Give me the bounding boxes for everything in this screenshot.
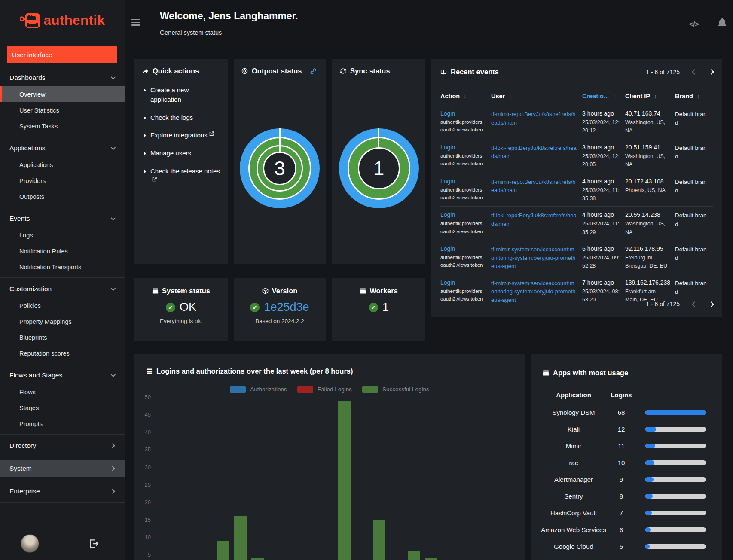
- quick-action-check-the-release-notes[interactable]: Check the release notes: [150, 167, 220, 186]
- sidebar-item-notification-transports[interactable]: Notification Transports: [0, 259, 125, 275]
- sidebar-section-applications[interactable]: Applications: [0, 140, 125, 157]
- y-axis-tick-label: 25: [138, 481, 151, 488]
- app-name: Sentry: [539, 492, 608, 501]
- pagination-label: 1 - 6 of 7125: [646, 69, 680, 76]
- sidebar-item-stages[interactable]: Stages: [0, 400, 125, 416]
- hamburger-menu-icon[interactable]: [131, 19, 140, 27]
- sidebar-section-enterprise[interactable]: Enterprise: [0, 483, 125, 500]
- pagination-next-icon[interactable]: [709, 69, 714, 75]
- event-brand: Default brand: [675, 212, 707, 227]
- sidebar-item-prompts[interactable]: Prompts: [0, 416, 125, 432]
- chevron-down-icon: [111, 286, 116, 291]
- event-action-link[interactable]: Login: [440, 178, 486, 185]
- app-usage-progress-fill: [645, 477, 654, 482]
- app-login-count: 7: [608, 509, 635, 517]
- pagination-prev-icon[interactable]: [692, 69, 697, 75]
- sort-ascending-icon[interactable]: ↑: [613, 93, 616, 100]
- y-axis-tick-label: 45: [138, 411, 151, 418]
- event-geo: Washington, US, NA: [625, 119, 670, 135]
- sidebar-section-directory[interactable]: Directory: [0, 437, 125, 454]
- column-header-client-ip[interactable]: Client IP↕: [625, 88, 675, 105]
- event-action-link[interactable]: Login: [440, 279, 486, 286]
- sidebar-section-flows-and-stages[interactable]: Flows and Stages: [0, 367, 125, 384]
- app-name: Kiali: [539, 425, 608, 434]
- y-axis-tick-label: 30: [138, 464, 151, 470]
- event-user-link[interactable]: tf-mimir-system:serviceaccount:monitorin…: [491, 246, 576, 269]
- event-action-link[interactable]: Login: [440, 110, 486, 117]
- sidebar-item-policies[interactable]: Policies: [0, 298, 125, 313]
- quick-action-manage-users[interactable]: Manage users: [150, 149, 220, 158]
- app-usage-progressbar: [645, 410, 706, 415]
- sort-icon[interactable]: ↕: [509, 93, 512, 100]
- sidebar-item-overview[interactable]: Overview: [0, 86, 125, 102]
- recent-events-title: Recent events: [440, 68, 499, 76]
- version-title: Version: [234, 287, 326, 295]
- sidebar-item-logs[interactable]: Logs: [0, 227, 125, 243]
- sidebar-item-applications[interactable]: Applications: [0, 157, 125, 173]
- column-header-brand[interactable]: Brand↕: [675, 88, 713, 105]
- app-usage-row: Kiali12: [539, 421, 715, 438]
- server-icon: [152, 288, 159, 294]
- event-user-link[interactable]: tf-loki-repo:BeryJu/k8s:ref:refs/heads/m…: [491, 212, 577, 227]
- logout-icon[interactable]: [88, 538, 99, 549]
- quick-action-create-a-new-application[interactable]: Create a new application: [150, 85, 220, 104]
- link-icon[interactable]: [310, 68, 317, 75]
- sidebar-item-flows[interactable]: Flows: [0, 384, 125, 400]
- sidebar-item-reputation-scores[interactable]: Reputation scores: [0, 345, 125, 361]
- app-login-count: 68: [608, 409, 635, 416]
- pagination-next-icon[interactable]: [709, 301, 714, 307]
- event-geo: Washington, US, NA: [625, 220, 670, 237]
- sidebar-section-customization[interactable]: Customization: [0, 280, 125, 298]
- sidebar-item-system-tasks[interactable]: System Tasks: [0, 118, 125, 134]
- share-arrow-icon: [142, 68, 149, 74]
- sidebar-item-user-statistics[interactable]: User Statistics: [0, 102, 125, 118]
- sort-icon[interactable]: ↕: [464, 93, 467, 100]
- column-header-user[interactable]: User↕: [491, 88, 582, 105]
- event-user-link[interactable]: tf-mimir-repo:BeryJu/k8s:ref:refs/heads/…: [491, 179, 576, 194]
- sidebar-section-events[interactable]: Events: [0, 210, 125, 227]
- sort-icon[interactable]: ↕: [697, 93, 700, 100]
- event-timestamp: 25/03/2024, 12:20:12: [582, 119, 620, 135]
- event-action-link[interactable]: Login: [440, 144, 486, 151]
- sync-status-card: Sync status 1: [332, 59, 425, 264]
- api-code-icon[interactable]: </>: [689, 20, 699, 29]
- event-client-ip: 20.172.43.108: [625, 178, 670, 185]
- column-header-creation[interactable]: Creatio...↑: [582, 88, 625, 105]
- pagination-prev-icon[interactable]: [692, 301, 697, 307]
- outpost-status-donut: 3: [240, 128, 320, 208]
- event-user-link[interactable]: tf-mimir-system:serviceaccount:monitorin…: [491, 280, 576, 303]
- legend-item-authorizations[interactable]: Authorizations: [230, 386, 287, 393]
- event-row: Loginauthentik.providers.oauth2.views.to…: [440, 139, 713, 173]
- app-usage-progressbar: [645, 511, 706, 515]
- sort-icon[interactable]: ↕: [654, 93, 657, 100]
- server-icon: [146, 368, 153, 374]
- event-brand: Default brand: [675, 145, 707, 160]
- legend-item-successful-logins[interactable]: Successful Logins: [362, 386, 429, 393]
- legend-item-failed-logins[interactable]: Failed Logins: [297, 386, 352, 393]
- app-name: HashiCorp Vault: [539, 508, 608, 517]
- event-brand: Default brand: [675, 179, 707, 194]
- chevron-right-icon: [110, 489, 115, 493]
- outpost-status-title: Outpost status: [241, 67, 318, 75]
- event-context: authentik.providers.oauth2.views.token: [440, 186, 486, 202]
- event-action-link[interactable]: Login: [440, 245, 486, 252]
- version-value-link[interactable]: 1e25d3e: [264, 301, 309, 314]
- sidebar-section-system[interactable]: System: [0, 460, 125, 477]
- sidebar-item-outposts[interactable]: Outposts: [0, 189, 125, 204]
- sidebar-section-dashboards[interactable]: Dashboards: [0, 69, 125, 86]
- sidebar-item-property-mappings[interactable]: Property Mappings: [0, 313, 125, 329]
- avatar[interactable]: [21, 534, 39, 553]
- quick-action-check-the-logs[interactable]: Check the logs: [150, 113, 220, 122]
- event-action-link[interactable]: Login: [440, 211, 486, 218]
- sidebar-item-notification-rules[interactable]: Notification Rules: [0, 243, 125, 259]
- quick-action-explore-integrations[interactable]: Explore integrations: [150, 131, 220, 140]
- column-header-action[interactable]: Action↕: [440, 88, 491, 105]
- notifications-bell-icon[interactable]: [718, 18, 727, 28]
- sidebar-divider: [0, 277, 125, 278]
- user-interface-button[interactable]: User interface: [7, 46, 117, 63]
- event-user-link[interactable]: tf-loki-repo:BeryJu/k8s:ref:refs/heads/m…: [491, 145, 577, 160]
- event-user-link[interactable]: tf-mimir-repo:BeryJu/k8s:ref:refs/heads/…: [491, 111, 576, 126]
- sidebar-item-blueprints[interactable]: Blueprints: [0, 329, 125, 345]
- sidebar-item-providers[interactable]: Providers: [0, 173, 125, 189]
- quick-actions-title: Quick actions: [142, 67, 220, 75]
